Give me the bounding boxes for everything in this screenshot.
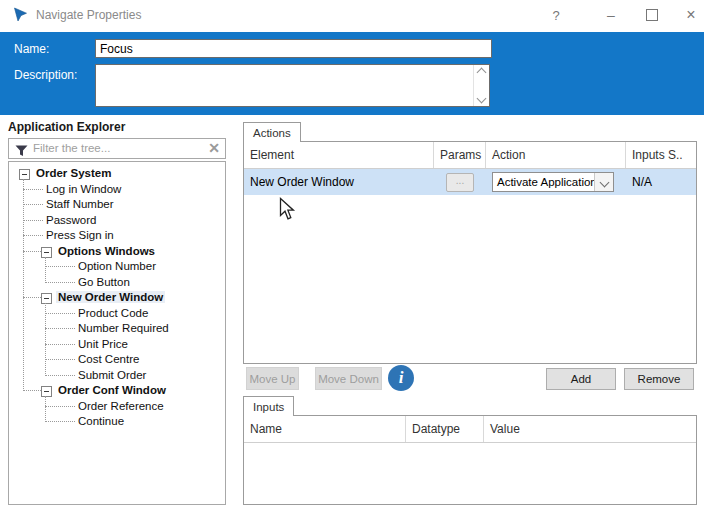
scroll-down-icon[interactable] xyxy=(477,94,487,104)
action-cell: Activate Application xyxy=(486,169,626,195)
column-header-action[interactable]: Action xyxy=(486,142,626,168)
tree-node-label: Number Required xyxy=(76,322,171,334)
column-header-params[interactable]: Params xyxy=(434,142,486,168)
tree-node-new-order-window[interactable]: New Order Window xyxy=(9,290,225,306)
tree-connector xyxy=(23,297,41,298)
tree-node-go-button[interactable]: Go Button xyxy=(9,275,225,291)
tree-node-label: Option Number xyxy=(76,260,158,272)
mouse-cursor xyxy=(279,197,296,226)
tree-node-label: Password xyxy=(44,214,99,226)
params-ellipsis-button[interactable]: ... xyxy=(446,173,474,192)
chevron-glyph xyxy=(599,177,609,187)
tree-expander-minus-icon[interactable] xyxy=(41,293,52,304)
action-params-cell: ... xyxy=(434,169,486,195)
column-header-name[interactable]: Name xyxy=(244,416,406,442)
tree-node-order-system[interactable]: Order System xyxy=(9,166,225,182)
tree-connector xyxy=(23,220,43,221)
scroll-up-icon[interactable] xyxy=(477,68,487,78)
tree-node-option-number[interactable]: Option Number xyxy=(9,259,225,275)
window-title: Navigate Properties xyxy=(36,8,141,22)
actions-table: Element Params Action Inputs S.. New Ord… xyxy=(243,141,697,364)
column-header-inputs-set[interactable]: Inputs S.. xyxy=(626,142,696,168)
tree-node-submit-order[interactable]: Submit Order xyxy=(9,368,225,384)
add-button[interactable]: Add xyxy=(546,368,616,390)
chevron-down-icon[interactable] xyxy=(594,173,613,191)
tree-guide-line xyxy=(45,396,46,422)
tree-connector xyxy=(23,204,43,205)
inputs-table-header: Name Datatype Value xyxy=(244,416,696,443)
tree-connector xyxy=(45,406,75,407)
close-button[interactable]: × xyxy=(676,0,704,30)
tree-connector xyxy=(45,313,75,314)
help-button[interactable]: ? xyxy=(541,0,571,30)
tree-node-password[interactable]: Password xyxy=(9,213,225,229)
tree-connector xyxy=(45,344,75,345)
column-header-value[interactable]: Value xyxy=(484,416,696,442)
description-text xyxy=(98,67,471,104)
title-bar: Navigate Properties ? – × xyxy=(0,0,704,30)
tree-node-label: Staff Number xyxy=(44,198,116,210)
tree-node-label: Order Conf Window xyxy=(56,384,168,396)
description-textarea[interactable] xyxy=(95,64,490,107)
description-scrollbar[interactable] xyxy=(473,65,489,106)
tree-connector xyxy=(45,375,75,376)
filter-clear-icon[interactable]: ✕ xyxy=(208,140,220,156)
tree-node-label: New Order Window xyxy=(56,291,165,303)
actions-table-row[interactable]: New Order Window...Activate ApplicationN… xyxy=(244,169,696,195)
column-header-datatype[interactable]: Datatype xyxy=(406,416,484,442)
tree-node-number-required[interactable]: Number Required xyxy=(9,321,225,337)
info-icon[interactable]: i xyxy=(388,365,414,391)
tree-expander-minus-icon[interactable] xyxy=(19,169,30,180)
tree-connector xyxy=(23,189,43,190)
tree-node-staff-number[interactable]: Staff Number xyxy=(9,197,225,213)
application-explorer-tree[interactable]: Order SystemLog in WindowStaff NumberPas… xyxy=(8,161,226,505)
maximize-icon xyxy=(646,9,658,21)
tree-guide-line xyxy=(45,257,46,283)
filter-funnel-icon xyxy=(15,143,28,161)
inputs-table: Name Datatype Value xyxy=(243,415,697,505)
move-up-button[interactable]: Move Up xyxy=(246,367,299,390)
tree-expander-minus-icon[interactable] xyxy=(41,247,52,258)
tree-node-unit-price[interactable]: Unit Price xyxy=(9,337,225,353)
name-input[interactable] xyxy=(95,39,492,58)
maximize-button[interactable] xyxy=(637,0,667,30)
tree-node-label: Cost Centre xyxy=(76,353,141,365)
navigate-properties-dialog: Navigate Properties ? – × Name: Descript… xyxy=(0,0,704,510)
tree-connector xyxy=(45,359,75,360)
column-header-element[interactable]: Element xyxy=(244,142,434,168)
tree-node-label: Submit Order xyxy=(76,369,148,381)
tree-expander-minus-icon[interactable] xyxy=(41,386,52,397)
application-tree: Order SystemLog in WindowStaff NumberPas… xyxy=(9,166,225,430)
actions-table-header: Element Params Action Inputs S.. xyxy=(244,142,696,169)
tree-node-log-in-window[interactable]: Log in Window xyxy=(9,182,225,198)
application-explorer-title: Application Explorer xyxy=(8,120,125,134)
tree-node-product-code[interactable]: Product Code xyxy=(9,306,225,322)
tree-connector xyxy=(23,251,41,252)
tree-node-label: Press Sign in xyxy=(44,229,116,241)
tree-guide-line xyxy=(23,179,24,391)
tree-node-continue[interactable]: Continue xyxy=(9,414,225,430)
tree-connector xyxy=(23,390,41,391)
tree-guide-line xyxy=(45,303,46,376)
tree-connector xyxy=(23,235,43,236)
move-down-button[interactable]: Move Down xyxy=(315,367,382,390)
tab-actions[interactable]: Actions xyxy=(243,122,301,142)
action-inputs-set-cell: N/A xyxy=(626,169,696,195)
tree-node-cost-centre[interactable]: Cost Centre xyxy=(9,352,225,368)
tree-node-order-conf-window[interactable]: Order Conf Window xyxy=(9,383,225,399)
tab-inputs[interactable]: Inputs xyxy=(243,396,294,416)
tree-node-order-reference[interactable]: Order Reference xyxy=(9,399,225,415)
properties-header: Name: Description: xyxy=(0,32,704,115)
action-element-cell: New Order Window xyxy=(244,169,434,195)
tree-node-press-sign-in[interactable]: Press Sign in xyxy=(9,228,225,244)
tree-connector xyxy=(45,328,75,329)
tree-node-label: Order Reference xyxy=(76,400,166,412)
remove-button[interactable]: Remove xyxy=(624,368,694,390)
tree-node-options-windows[interactable]: Options Windows xyxy=(9,244,225,260)
minimize-button[interactable]: – xyxy=(596,0,626,30)
filter-placeholder: Filter the tree... xyxy=(33,142,110,154)
tree-filter-input[interactable]: Filter the tree... ✕ xyxy=(8,138,226,159)
description-label: Description: xyxy=(14,68,77,82)
name-label: Name: xyxy=(14,42,49,56)
action-dropdown[interactable]: Activate Application xyxy=(492,172,614,192)
